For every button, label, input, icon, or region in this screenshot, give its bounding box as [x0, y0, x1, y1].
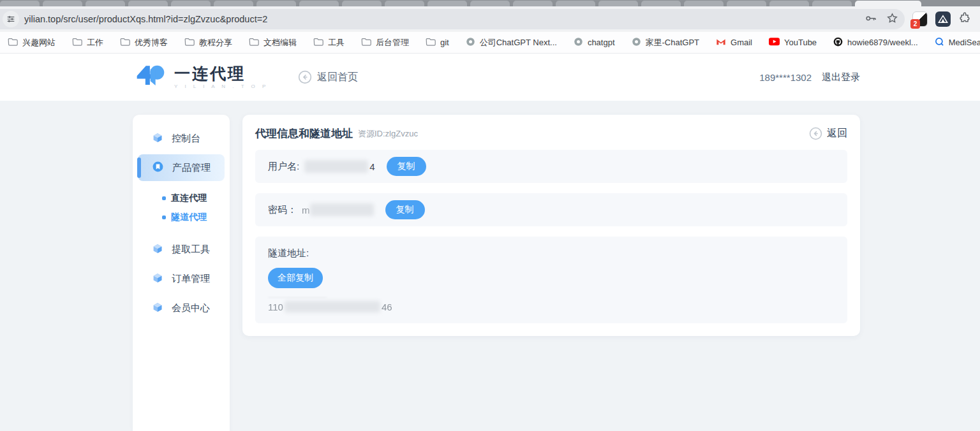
bookmark-item[interactable]: 教程分享	[184, 37, 232, 48]
tunnel-visible-head: 110	[268, 302, 283, 312]
sidebar-item-products[interactable]: 产品管理	[138, 154, 225, 181]
bullet-icon	[162, 216, 166, 219]
bookmark-star-icon[interactable]	[886, 12, 898, 27]
browser-tab[interactable]	[43, 1, 82, 6]
sidebar: 控制台 产品管理 直连代理 隧道代理 提取工具 订单管理 会员中心	[133, 115, 230, 431]
folder-icon	[184, 38, 195, 48]
resource-id: 资源ID:zlgZvzuc	[358, 128, 418, 140]
bookmark-item[interactable]: 工具	[313, 37, 345, 48]
extension-badge: 2	[910, 19, 920, 29]
username-row: 用户名: 4 复制	[255, 150, 847, 183]
url-text[interactable]: yilian.top/src/user/productXqs.html?id=z…	[24, 14, 858, 24]
extensions-puzzle-icon[interactable]	[958, 11, 971, 27]
folder-icon	[313, 38, 323, 48]
browser-toolbar: yilian.top/src/user/productXqs.html?id=z…	[0, 6, 980, 32]
product-box-icon	[152, 161, 164, 175]
browser-tab[interactable]	[769, 1, 809, 6]
browser-tab[interactable]	[128, 1, 168, 6]
tunnel-address-section: 隧道地址: 全部复制 110 46	[255, 237, 847, 323]
browser-tab[interactable]	[812, 1, 852, 6]
browser-tab[interactable]	[214, 1, 253, 6]
browser-tab[interactable]	[556, 1, 595, 6]
cube-icon	[152, 302, 163, 315]
logo-title: 一连代理	[174, 65, 269, 82]
arrow-left-circle-icon	[809, 127, 823, 141]
tunnel-redacted-value	[285, 301, 380, 312]
site-header: 一连代理 Y I L I A N . T O P 返回首页 189****130…	[0, 54, 980, 101]
sidebar-subitems: 直连代理 隧道代理	[133, 182, 230, 235]
sidebar-subitem-tunnel-proxy[interactable]: 隧道代理	[133, 208, 230, 227]
folder-icon	[426, 38, 436, 48]
folder-icon	[249, 38, 259, 48]
folder-icon	[8, 38, 18, 48]
sidebar-item-console[interactable]: 控制台	[133, 124, 230, 153]
copy-all-button[interactable]: 全部复制	[268, 268, 323, 288]
username-visible-char: 4	[369, 161, 375, 172]
sidebar-subitem-direct-proxy[interactable]: 直连代理	[133, 189, 230, 208]
tab-strip[interactable]	[0, 0, 980, 6]
back-button[interactable]: 返回	[809, 127, 847, 141]
logout-link[interactable]: 退出登录	[822, 71, 860, 84]
github-icon	[833, 37, 843, 48]
extension-icon-tab-manager[interactable]: 2	[912, 11, 928, 27]
site-logo[interactable]: 一连代理 Y I L I A N . T O P	[131, 62, 269, 92]
browser-tab[interactable]	[171, 1, 211, 6]
browser-tab[interactable]	[256, 1, 296, 6]
bookmark-item[interactable]: chatgpt	[574, 37, 615, 48]
sidebar-item-orders[interactable]: 订单管理	[133, 264, 230, 293]
openai-icon	[574, 37, 583, 48]
copy-password-button[interactable]: 复制	[385, 200, 425, 219]
bookmark-item[interactable]: 兴趣网站	[8, 37, 56, 48]
account-phone: 189****1302	[759, 72, 812, 83]
browser-tab[interactable]	[342, 1, 382, 6]
medisearch-icon	[935, 37, 944, 48]
bookmark-item[interactable]: 文档编辑	[249, 37, 297, 48]
cube-icon	[152, 243, 163, 256]
browser-tab[interactable]	[299, 1, 339, 6]
cube-icon	[152, 272, 163, 286]
cube-icon	[152, 132, 163, 145]
openai-icon	[632, 37, 641, 48]
browser-tab[interactable]	[513, 1, 553, 6]
page-body: 控制台 产品管理 直连代理 隧道代理 提取工具 订单管理 会员中心	[0, 101, 980, 431]
browser-tab[interactable]	[598, 1, 638, 6]
browser-tab[interactable]	[727, 1, 766, 6]
browser-tab[interactable]	[641, 1, 681, 6]
gmail-icon	[716, 38, 726, 48]
bookmark-item[interactable]: YouTube	[769, 38, 817, 48]
proxy-info-card: 代理信息和隧道地址 资源ID:zlgZvzuc 返回 用户名: 4 复制 密码：…	[242, 115, 860, 336]
extension-icon-a[interactable]	[935, 11, 951, 27]
bookmark-item[interactable]: git	[426, 38, 449, 48]
username-redacted-value	[304, 160, 368, 173]
browser-tab[interactable]	[385, 1, 424, 6]
openai-icon	[466, 37, 475, 48]
bookmark-item[interactable]: 家里-ChatGPT	[632, 37, 700, 48]
browser-tab[interactable]	[855, 1, 921, 6]
copy-username-button[interactable]: 复制	[387, 157, 426, 176]
tunnel-address-line: 110 46	[268, 301, 392, 312]
back-home-link[interactable]: 返回首页	[298, 70, 358, 84]
bookmarks-bar: 兴趣网站 工作 优秀博客 教程分享 文档编辑 工具 后台管理 git 公司Cha…	[0, 32, 980, 54]
bookmark-item[interactable]: 工作	[72, 37, 103, 48]
sidebar-item-extract-tools[interactable]: 提取工具	[133, 235, 230, 264]
site-settings-icon[interactable]	[3, 11, 19, 27]
bookmark-item[interactable]: 后台管理	[361, 37, 409, 48]
bookmark-item[interactable]: howie6879/weekl...	[833, 37, 918, 48]
tunnel-visible-tail: 46	[382, 302, 392, 312]
redacted-smudge	[268, 297, 327, 298]
browser-tab[interactable]	[684, 1, 724, 6]
password-key-icon[interactable]	[865, 11, 877, 27]
sidebar-item-member-center[interactable]: 会员中心	[133, 293, 230, 323]
browser-tab[interactable]	[0, 1, 40, 6]
bookmark-item[interactable]: MediSearch	[935, 37, 980, 48]
address-bar[interactable]: yilian.top/src/user/productXqs.html?id=z…	[0, 9, 905, 29]
browser-tab[interactable]	[427, 1, 467, 6]
bookmark-item[interactable]: 公司ChatGPT Next...	[466, 37, 557, 48]
screenshot-root: { "browser": { "url": "yilian.top/src/us…	[0, 0, 980, 431]
browser-tab[interactable]	[470, 1, 510, 6]
logo-subtitle: Y I L I A N . T O P	[174, 84, 269, 89]
browser-tab[interactable]	[85, 1, 125, 6]
bookmark-item[interactable]: Gmail	[716, 38, 752, 48]
bookmark-item[interactable]: 优秀博客	[120, 37, 168, 48]
tunnel-label: 隧道地址:	[268, 247, 309, 259]
